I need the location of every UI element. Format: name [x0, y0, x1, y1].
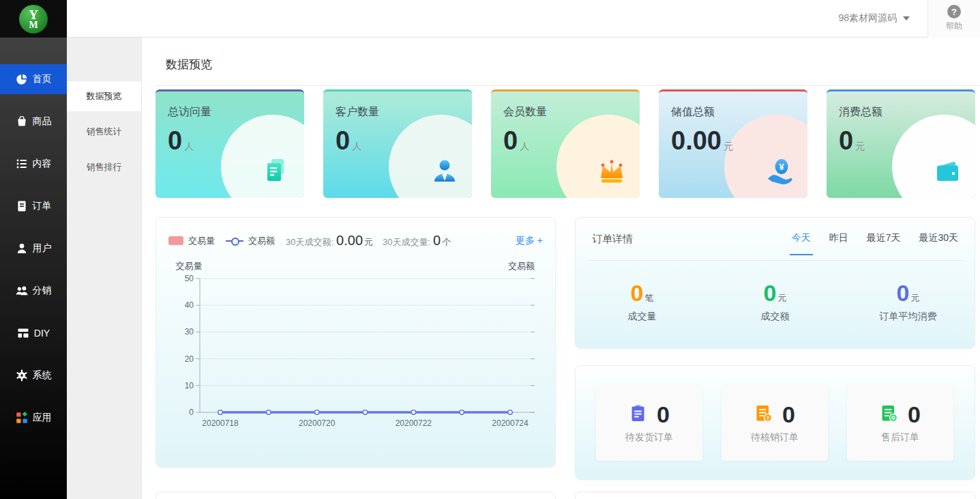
svg-text:20200724: 20200724 — [492, 418, 529, 428]
sidebar-item-content[interactable]: 内容 — [0, 149, 67, 179]
legend-label: 交易量 — [188, 235, 215, 247]
gear-icon — [16, 369, 28, 382]
stat-card-customers: 客户数量 0人 — [323, 89, 472, 198]
files-icon — [261, 155, 293, 189]
clipboard-icon — [629, 404, 647, 425]
sidebar-item-users[interactable]: 用户 — [0, 233, 67, 263]
bottom-left-panel — [155, 491, 556, 499]
chevron-down-icon — [903, 16, 910, 20]
task-value: 0 — [782, 401, 795, 428]
stat-label: 订单平均消费 — [842, 311, 975, 323]
order-detail-title: 订单详情 — [592, 233, 633, 246]
stat-unit: 笔 — [644, 293, 653, 303]
sidebar-item-orders[interactable]: 订单 — [0, 191, 67, 221]
sidebar-item-home[interactable]: 首页 — [0, 64, 67, 94]
submenu-item-data-preview[interactable]: 数据预览 — [67, 81, 141, 111]
sidebar-item-system[interactable]: 系统 — [0, 360, 67, 390]
stat-card-value: 0 — [503, 126, 518, 155]
sidebar-item-apps[interactable]: 应用 — [0, 403, 67, 433]
stat-card-members: 会员数量 0人 — [491, 89, 640, 198]
svg-text:20200722: 20200722 — [396, 418, 432, 428]
pending-shipment-card[interactable]: 0 待发货订单 — [596, 384, 702, 461]
stat-card-unit: 人 — [184, 141, 194, 152]
primary-sidebar: 首页 商品 内容 订单 用户 分销 DIY — [0, 38, 67, 499]
stat-card-value: 0 — [336, 126, 350, 155]
chart-header: 交易量 交易额 30天成交额:0.00元 30天成交量:0个 更多 + — [156, 218, 555, 248]
sidebar-item-diy[interactable]: DIY — [0, 318, 67, 348]
submenu-item-sales-ranking[interactable]: 销售排行 — [67, 152, 141, 182]
stat-card-total-visits: 总访问量 0人 — [155, 89, 304, 198]
order-doc-icon — [16, 200, 28, 212]
help-button[interactable]: ? 帮助 — [927, 0, 980, 38]
stat-card-unit: 元 — [724, 141, 733, 152]
sidebar-item-label: 订单 — [33, 200, 52, 212]
trade-chart: 交易量交易额0102030405020200718202007202020072… — [156, 248, 555, 440]
verify-order-icon: ? — [754, 404, 773, 425]
tab-last-30-days[interactable]: 最近30天 — [919, 232, 958, 246]
order-detail-panel: 订单详情 今天 昨日 最近7天 最近30天 0笔 成交量 0元 — [575, 217, 975, 349]
stat-card-value: 0 — [839, 126, 853, 155]
sidebar-item-goods[interactable]: 商品 — [0, 106, 67, 137]
right-column: 订单详情 今天 昨日 最近7天 最近30天 0笔 成交量 0元 — [575, 217, 975, 480]
crown-icon — [595, 156, 628, 189]
legend-line-swatch — [226, 236, 243, 245]
main-content: 数据预览 总访问量 0人 客户数量 0人 会员数量 0人 — [142, 38, 980, 499]
tab-today[interactable]: 今天 — [792, 232, 811, 246]
summary-30d-volume: 30天成交量:0个 — [383, 233, 451, 248]
sidebar-item-label: 分销 — [33, 285, 52, 297]
stat-card-unit: 人 — [520, 141, 529, 152]
svg-text:20200720: 20200720 — [299, 418, 336, 428]
stat-deal-amount: 0元 成交额 — [709, 280, 842, 323]
sidebar-item-label: 内容 — [33, 158, 52, 170]
tab-last-7-days[interactable]: 最近7天 — [867, 232, 901, 246]
legend-label: 交易额 — [248, 235, 275, 247]
legend-trade-volume[interactable]: 交易量 — [168, 235, 215, 247]
stat-label: 成交额 — [709, 311, 842, 323]
account-dropdown[interactable]: 98素材网源码 — [838, 12, 910, 25]
order-stats-row: 0笔 成交量 0元 成交额 0元 订单平均消费 — [576, 261, 975, 341]
submenu-item-sales-stats[interactable]: 销售统计 — [67, 117, 141, 147]
stat-card-consumption: 消费总额 0元 — [827, 89, 975, 198]
layout-icon — [17, 327, 29, 339]
tab-yesterday[interactable]: 昨日 — [829, 232, 848, 246]
task-label: 待核销订单 — [751, 431, 799, 444]
logo[interactable]: Y M — [0, 0, 67, 38]
more-link[interactable]: 更多 + — [516, 235, 543, 247]
order-detail-header: 订单详情 今天 昨日 最近7天 最近30天 — [586, 218, 964, 261]
legend-bar-swatch — [168, 236, 183, 245]
pending-verification-card[interactable]: ? 0 待核销订单 — [722, 384, 828, 461]
aftersale-order-card[interactable]: 0 售后订单 — [847, 384, 953, 461]
brand-logo-icon: Y M — [18, 4, 48, 34]
sidebar-item-label: 首页 — [33, 73, 52, 85]
svg-text:50: 50 — [185, 274, 194, 283]
svg-text:¥: ¥ — [779, 162, 784, 172]
sidebar-item-distribution[interactable]: 分销 — [0, 276, 67, 306]
stat-card-stored-value: 储值总额 0.00元 ¥ — [659, 89, 807, 198]
svg-text:20200718: 20200718 — [202, 418, 239, 428]
sidebar-item-label: 商品 — [33, 115, 52, 128]
stat-unit: 元 — [777, 293, 786, 303]
stat-card-label: 总访问量 — [168, 105, 304, 119]
task-value: 0 — [908, 401, 921, 428]
stat-card-unit: 元 — [855, 141, 865, 152]
stat-card-value: 0 — [168, 126, 182, 155]
svg-text:10: 10 — [185, 381, 194, 390]
distribution-icon — [16, 285, 28, 297]
svg-text:40: 40 — [185, 300, 194, 310]
stat-label: 成交量 — [576, 311, 709, 323]
pie-chart-icon — [16, 73, 28, 85]
help-label: 帮助 — [946, 20, 962, 32]
stat-card-label: 客户数量 — [336, 105, 472, 119]
stat-value: 0 — [631, 280, 644, 306]
stat-value: 0 — [764, 280, 777, 306]
stat-card-value: 0.00 — [671, 126, 722, 155]
content-row: 交易量 交易额 30天成交额:0.00元 30天成交量:0个 更多 + 交易量交… — [155, 217, 975, 480]
stat-value: 0 — [897, 280, 910, 306]
task-label: 待发货订单 — [625, 431, 673, 444]
task-label: 售后订单 — [881, 431, 919, 444]
list-icon — [16, 158, 28, 170]
stat-card-label: 储值总额 — [671, 105, 807, 119]
legend-trade-amount[interactable]: 交易额 — [226, 235, 275, 247]
shopping-bag-icon — [16, 115, 28, 128]
wallet-icon — [932, 156, 964, 189]
